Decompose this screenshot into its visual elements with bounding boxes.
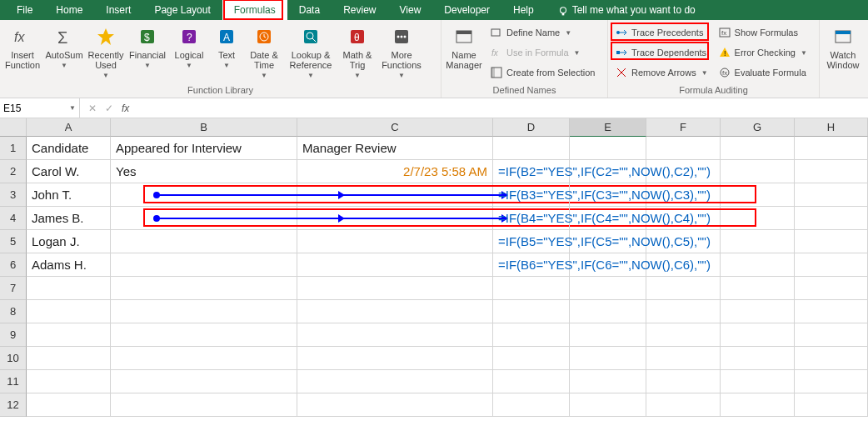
formula-input[interactable] (137, 98, 868, 118)
show-formulas-button[interactable]: fx Show Formulas (715, 23, 811, 42)
cell-H11[interactable] (795, 370, 868, 393)
row-header-4[interactable]: 4 (0, 207, 27, 230)
autosum-button[interactable]: Σ AutoSum ▼ (45, 23, 83, 82)
cell-E7[interactable] (570, 277, 646, 300)
row-header-11[interactable]: 11 (0, 370, 27, 393)
cell-G8[interactable] (721, 300, 795, 323)
cell-A10[interactable] (27, 347, 111, 370)
cell-D11[interactable] (493, 370, 570, 393)
cell-E11[interactable] (570, 370, 646, 393)
cell-C3[interactable] (297, 183, 493, 207)
tab-developer[interactable]: Developer (432, 0, 501, 20)
cell-G11[interactable] (721, 370, 795, 393)
cell-A7[interactable] (27, 277, 111, 300)
evaluate-formula-button[interactable]: fx Evaluate Formula (715, 63, 811, 82)
tab-home[interactable]: Home (44, 0, 94, 20)
math-trig-button[interactable]: θ Math & Trig ▼ (338, 23, 377, 82)
cell-D2[interactable]: =IF(B2="YES",IF(C2="",NOW(),C2),"") (493, 160, 570, 183)
cell-F10[interactable] (646, 347, 721, 370)
cell-B9[interactable] (111, 323, 297, 347)
cell-E10[interactable] (570, 347, 646, 370)
cell-B8[interactable] (111, 300, 297, 323)
cell-E9[interactable] (570, 323, 646, 347)
cell-D1[interactable] (493, 137, 570, 160)
cell-D9[interactable] (493, 323, 570, 347)
cell-D3[interactable]: =IF(B3="YES",IF(C3="",NOW(),C3),"") (493, 183, 570, 207)
remove-arrows-button[interactable]: Remove Arrows ▼ (611, 63, 711, 82)
cell-F11[interactable] (646, 370, 721, 393)
cell-B1[interactable]: Appeared for Interview (111, 137, 297, 160)
cell-H6[interactable] (795, 253, 868, 277)
tab-insert[interactable]: Insert (94, 0, 142, 20)
cell-C4[interactable] (297, 207, 493, 230)
cell-C12[interactable] (297, 393, 493, 417)
error-checking-button[interactable]: ! Error Checking ▼ (715, 43, 811, 62)
tab-data[interactable]: Data (287, 0, 332, 20)
date-time-button[interactable]: Date & Time ▼ (245, 23, 283, 82)
tab-pagelayout[interactable]: Page Layout (142, 0, 222, 20)
cell-D4[interactable]: =IF(B4="YES",IF(C4="",NOW(),C4),"") (493, 207, 570, 230)
cell-H3[interactable] (795, 183, 868, 207)
trace-precedents-button[interactable]: Trace Precedents (611, 23, 711, 42)
cell-C5[interactable] (297, 230, 493, 253)
watch-window-button[interactable]: Watch Window (823, 23, 863, 82)
cell-H7[interactable] (795, 277, 868, 300)
cell-C11[interactable] (297, 370, 493, 393)
fx-icon[interactable]: fx (122, 103, 129, 114)
cell-G3[interactable] (721, 183, 795, 207)
more-functions-button[interactable]: More Functions ▼ (380, 23, 423, 82)
cell-D12[interactable] (493, 393, 570, 417)
cell-D7[interactable] (493, 277, 570, 300)
cell-C10[interactable] (297, 347, 493, 370)
trace-dependents-button[interactable]: Trace Dependents (611, 43, 711, 62)
cell-H5[interactable] (795, 230, 868, 253)
col-header-G[interactable]: G (721, 118, 795, 137)
cell-D5[interactable]: =IF(B5="YES",IF(C5="",NOW(),C5),"") (493, 230, 570, 253)
define-name-button[interactable]: Define Name ▼ (486, 23, 598, 42)
row-header-2[interactable]: 2 (0, 160, 27, 183)
cell-D8[interactable] (493, 300, 570, 323)
cell-H9[interactable] (795, 323, 868, 347)
recently-used-button[interactable]: Recently Used ▼ (87, 23, 125, 82)
cell-B5[interactable] (111, 230, 297, 253)
cell-H4[interactable] (795, 207, 868, 230)
cell-F9[interactable] (646, 323, 721, 347)
cell-B12[interactable] (111, 393, 297, 417)
name-manager-button[interactable]: Name Manager (445, 23, 483, 82)
cell-F12[interactable] (646, 393, 721, 417)
cell-C8[interactable] (297, 300, 493, 323)
row-header-8[interactable]: 8 (0, 300, 27, 323)
cell-E1[interactable] (570, 137, 646, 160)
select-all-corner[interactable] (0, 118, 27, 137)
col-header-H[interactable]: H (795, 118, 868, 137)
cell-B4[interactable] (111, 207, 297, 230)
col-header-A[interactable]: A (27, 118, 111, 137)
cell-A9[interactable] (27, 323, 111, 347)
cell-H10[interactable] (795, 347, 868, 370)
cell-B3[interactable] (111, 183, 297, 207)
col-header-E[interactable]: E (570, 118, 646, 137)
cell-B2[interactable]: Yes (111, 160, 297, 183)
cell-E8[interactable] (570, 300, 646, 323)
row-header-6[interactable]: 6 (0, 253, 27, 277)
cell-G12[interactable] (721, 393, 795, 417)
name-box[interactable]: E15 ▼ (0, 98, 80, 118)
cell-H2[interactable] (795, 160, 868, 183)
col-header-F[interactable]: F (646, 118, 721, 137)
cell-C7[interactable] (297, 277, 493, 300)
col-header-D[interactable]: D (493, 118, 570, 137)
row-header-12[interactable]: 12 (0, 393, 27, 417)
row-header-7[interactable]: 7 (0, 277, 27, 300)
cell-A1[interactable]: Candidate (27, 137, 111, 160)
cell-A4[interactable]: James B. (27, 207, 111, 230)
lookup-ref-button[interactable]: Lookup & Reference ▼ (287, 23, 335, 82)
cell-A8[interactable] (27, 300, 111, 323)
tab-help[interactable]: Help (501, 0, 546, 20)
cell-E12[interactable] (570, 393, 646, 417)
row-header-3[interactable]: 3 (0, 183, 27, 207)
cell-F1[interactable] (646, 137, 721, 160)
cell-G1[interactable] (721, 137, 795, 160)
cell-D6[interactable]: =IF(B6="YES",IF(C6="",NOW(),C6),"") (493, 253, 570, 277)
col-header-C[interactable]: C (297, 118, 493, 137)
cell-G9[interactable] (721, 323, 795, 347)
